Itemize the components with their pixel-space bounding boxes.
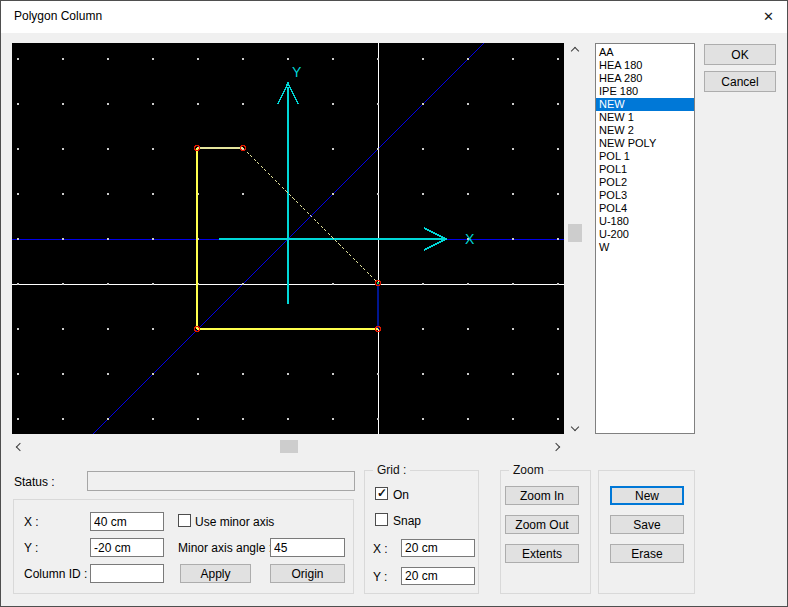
x-input[interactable] (90, 512, 164, 531)
zoom-group-title: Zoom (509, 463, 548, 477)
scroll-up-button[interactable] (567, 43, 583, 58)
chevron-up-icon (571, 46, 579, 54)
svg-text:Y: Y (292, 64, 302, 80)
list-item[interactable]: U-180 (596, 215, 694, 228)
list-item[interactable]: IPE 180 (596, 85, 694, 98)
origin-button[interactable]: Origin (270, 564, 345, 583)
title-bar: Polygon Column ✕ (1, 1, 787, 33)
list-item[interactable]: POL4 (596, 202, 694, 215)
status-field (87, 471, 355, 491)
new-button[interactable]: New (610, 486, 684, 505)
zoom-extents-button[interactable]: Extents (505, 544, 579, 563)
column-id-input[interactable] (90, 564, 164, 583)
list-item[interactable]: NEW (596, 98, 694, 111)
list-item[interactable]: POL 1 (596, 150, 694, 163)
chevron-left-icon (16, 442, 24, 450)
minor-axis-angle-label: Minor axis angle : (178, 541, 272, 555)
grid-snap-label: Snap (393, 514, 421, 528)
svg-text:X: X (465, 231, 475, 247)
scroll-left-button[interactable] (12, 439, 28, 454)
list-item[interactable]: NEW 1 (596, 111, 694, 124)
grid-x-input[interactable] (401, 539, 475, 557)
save-button[interactable]: Save (610, 515, 684, 534)
list-item[interactable]: HEA 180 (596, 59, 694, 72)
chevron-down-icon (571, 422, 579, 430)
scroll-right-button[interactable] (548, 439, 564, 454)
y-label: Y : (24, 541, 38, 555)
vertical-scroll-thumb[interactable] (568, 224, 582, 242)
scroll-down-button[interactable] (567, 419, 583, 434)
list-item[interactable]: NEW 2 (596, 124, 694, 137)
grid-group: Grid : On Snap X : Y : (364, 470, 479, 594)
ok-button[interactable]: OK (704, 44, 776, 65)
chevron-right-icon (552, 442, 560, 450)
minor-axis-angle-input[interactable] (270, 538, 345, 557)
canvas-vertical-scrollbar[interactable] (567, 43, 583, 434)
zoom-in-button[interactable]: Zoom In (505, 486, 579, 505)
list-item[interactable]: POL1 (596, 163, 694, 176)
grid-y-input[interactable] (401, 567, 475, 585)
y-input[interactable] (90, 538, 164, 557)
use-minor-axis-checkbox[interactable] (178, 514, 191, 527)
actions-group: New Save Erase (598, 470, 695, 594)
grid-on-label: On (393, 488, 409, 502)
erase-button[interactable]: Erase (610, 544, 684, 563)
window-title: Polygon Column (14, 1, 102, 32)
drawing-canvas[interactable]: XY (12, 43, 564, 434)
status-label: Status : (14, 475, 55, 489)
zoom-out-button[interactable]: Zoom Out (505, 515, 579, 534)
profile-list[interactable]: AAHEA 180HEA 280IPE 180NEWNEW 1NEW 2NEW … (595, 43, 695, 434)
horizontal-scroll-thumb[interactable] (280, 440, 298, 453)
use-minor-axis-label: Use minor axis (195, 515, 274, 529)
list-item[interactable]: POL3 (596, 189, 694, 202)
grid-snap-checkbox[interactable] (375, 513, 388, 526)
grid-group-title: Grid : (373, 463, 410, 477)
list-item[interactable]: NEW POLY (596, 137, 694, 150)
polygon-column-dialog: Polygon Column ✕ XY AAHEA 180HEA 280IPE … (0, 0, 788, 607)
column-id-label: Column ID : (24, 567, 87, 581)
apply-button[interactable]: Apply (180, 564, 251, 583)
list-item[interactable]: U-200 (596, 228, 694, 241)
grid-on-checkbox[interactable] (375, 487, 388, 500)
list-item[interactable]: W (596, 241, 694, 254)
x-label: X : (24, 515, 39, 529)
list-item[interactable]: AA (596, 46, 694, 59)
grid-x-label: X : (373, 542, 388, 556)
canvas-horizontal-scrollbar[interactable] (12, 439, 564, 454)
cancel-button[interactable]: Cancel (704, 71, 776, 92)
grid-y-label: Y : (373, 570, 387, 584)
list-item[interactable]: POL2 (596, 176, 694, 189)
list-item[interactable]: HEA 280 (596, 72, 694, 85)
coordinates-group: X : Use minor axis Y : Minor axis angle … (13, 499, 354, 594)
zoom-group: Zoom Zoom In Zoom Out Extents (500, 470, 591, 594)
close-icon[interactable]: ✕ (763, 9, 774, 25)
